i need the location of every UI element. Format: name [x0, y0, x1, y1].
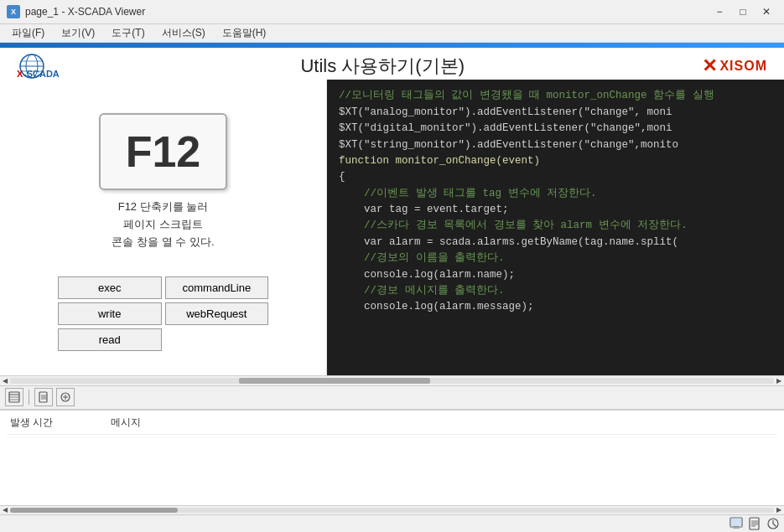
titlebar: X page_1 - X-SCADA Viewer − □ ✕ — [0, 0, 784, 24]
code-line: //이벤트 발생 태그를 tag 변수에 저장한다. — [339, 186, 772, 202]
svg-rect-21 — [733, 527, 740, 529]
menu-service[interactable]: 서비스(S) — [153, 24, 214, 42]
code-line: function monitor_onChange(event) — [339, 153, 772, 169]
menu-view[interactable]: 보기(V) — [53, 24, 103, 42]
code-line: console.log(alarm.name); — [339, 267, 772, 283]
toolbar-button-1[interactable] — [5, 388, 23, 406]
logo-left: X -SCADA — [17, 53, 63, 80]
scroll-track — [10, 378, 774, 384]
toolbar-separator — [29, 390, 29, 405]
write-button[interactable]: write — [58, 302, 162, 325]
code-line: //경보의 이름을 출력한다. — [339, 251, 772, 266]
bottom-scroll-left[interactable]: ◀ — [0, 506, 10, 514]
xisom-x-icon: ✕ — [702, 55, 717, 77]
close-button[interactable]: ✕ — [755, 3, 777, 20]
code-line: $XT("analog_monitor").addEventListener("… — [339, 105, 772, 121]
window-title: page_1 - X-SCADA Viewer — [25, 6, 145, 18]
svg-text:X: X — [17, 69, 23, 79]
log-time-header: 발생 시간 — [7, 414, 107, 431]
scroll-left-arrow[interactable]: ◀ — [0, 376, 10, 385]
toolbar-button-3[interactable] — [56, 388, 75, 406]
code-line: //모니터링 태그들의 값이 변경됐을 때 monitor_onChange 함… — [339, 88, 772, 104]
content-horizontal-scrollbar[interactable]: ◀ ▶ — [0, 375, 784, 385]
svg-rect-22 — [750, 518, 759, 529]
fkey-description: F12 단축키를 눌러 페이지 스크립트 콘솔 창을 열 수 있다. — [112, 199, 214, 251]
svg-text:-SCADA: -SCADA — [23, 69, 60, 79]
bottom-toolbar — [0, 385, 784, 410]
log-header: 발생 시간 메시지 — [7, 414, 777, 435]
log-area: 발생 시간 메시지 — [0, 410, 784, 505]
xisom-label: XISOM — [719, 59, 767, 74]
status-icon-1[interactable] — [729, 516, 744, 531]
menu-help[interactable]: 도움말(H) — [214, 24, 275, 42]
read-button[interactable]: read — [58, 328, 162, 351]
left-panel: F12 F12 단축키를 눌러 페이지 스크립트 콘솔 창을 열 수 있다. e… — [0, 80, 327, 375]
status-icon-2[interactable] — [747, 516, 762, 531]
bottom-scrollbar[interactable]: ◀ ▶ — [0, 505, 784, 514]
code-line: console.log(alarm.message); — [339, 299, 772, 315]
code-line: //스카다 경보 목록에서 경보를 찾아 alarm 변수에 저장한다. — [339, 218, 772, 234]
toolbar-button-2[interactable] — [34, 388, 53, 406]
code-line: var tag = event.target; — [339, 202, 772, 218]
exec-button[interactable]: exec — [58, 276, 162, 299]
action-buttons: exec commandLine write webRequest read — [58, 276, 268, 351]
log-message-header: 메시지 — [107, 414, 777, 431]
scroll-thumb — [239, 378, 430, 384]
fkey-display: F12 — [99, 113, 228, 190]
logo-right: ✕ XISOM — [702, 55, 767, 77]
webrequest-button[interactable]: webRequest — [165, 302, 269, 325]
scroll-right-arrow[interactable]: ▶ — [774, 376, 784, 385]
bottom-scroll-right[interactable]: ▶ — [774, 506, 784, 514]
code-line: $XT("string_monitor").addEventListener("… — [339, 137, 772, 153]
code-line: var alarm = scada.alarms.getByName(tag.n… — [339, 235, 772, 251]
maximize-button[interactable]: □ — [732, 3, 754, 20]
page-title: Utils 사용하기(기본) — [300, 54, 465, 79]
bottom-scroll-track — [10, 508, 774, 513]
statusbar — [0, 514, 784, 532]
menubar: 파일(F) 보기(V) 도구(T) 서비스(S) 도움말(H) — [0, 24, 784, 44]
content-body: F12 F12 단축키를 눌러 페이지 스크립트 콘솔 창을 열 수 있다. e… — [0, 80, 784, 375]
menu-tools[interactable]: 도구(T) — [103, 24, 153, 42]
code-line: //경보 메시지를 출력한다. — [339, 283, 772, 299]
code-panel: //모니터링 태그들의 값이 변경됐을 때 monitor_onChange 함… — [327, 80, 784, 375]
log-section: 발생 시간 메시지 — [0, 410, 784, 505]
window-controls: − □ ✕ — [709, 3, 777, 20]
main-content: X -SCADA Utils 사용하기(기본) ✕ XISOM F12 F12 … — [0, 43, 784, 385]
menu-file[interactable]: 파일(F) — [3, 24, 53, 42]
app-icon: X — [7, 5, 20, 18]
commandline-button[interactable]: commandLine — [165, 276, 269, 299]
minimize-button[interactable]: − — [709, 3, 730, 20]
code-line: $XT("digital_monitor").addEventListener(… — [339, 121, 772, 137]
code-line: { — [339, 169, 772, 185]
svg-rect-19 — [730, 518, 742, 527]
bottom-scroll-thumb — [10, 508, 178, 513]
status-icon-3[interactable] — [766, 516, 781, 531]
